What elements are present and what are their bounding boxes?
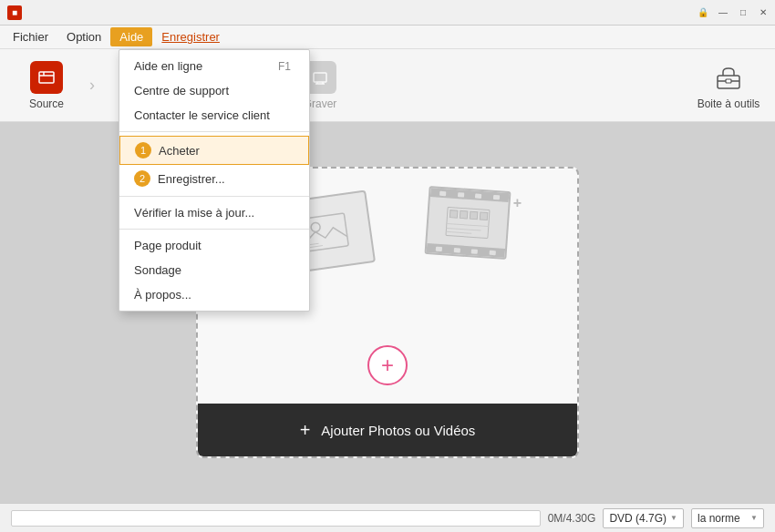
dropdown-section-3: Vérifier la mise à jour...	[119, 197, 309, 230]
menu-aide-en-ligne[interactable]: Aide en ligne F1	[119, 54, 309, 78]
pin-button[interactable]: 🔒	[695, 4, 711, 20]
enregistrer-label: Enregistrer...	[158, 172, 225, 186]
title-bar: ■ 🔒 — □ ✕	[0, 0, 775, 26]
menu-verifier-maj[interactable]: Vérifier la mise à jour...	[119, 200, 309, 225]
film-content	[427, 197, 508, 249]
a-propos-label: À propos...	[134, 288, 191, 302]
arrow-icon: ›	[89, 76, 95, 95]
add-plus-icon: +	[300, 420, 311, 441]
menu-page-produit[interactable]: Page produit	[119, 233, 309, 258]
source-label: Source	[29, 97, 64, 110]
dvd-label: DVD (4.7G)	[609, 512, 666, 525]
menu-bar: Fichier Option Aide Enregistrer	[0, 26, 775, 49]
dvd-dropdown-arrow: ▼	[670, 514, 677, 522]
svg-rect-12	[726, 79, 731, 83]
menu-contacter-service[interactable]: Contacter le service client	[119, 103, 309, 128]
film-hole-7	[471, 249, 478, 253]
svg-rect-9	[314, 73, 326, 82]
menu-aide[interactable]: Aide	[110, 27, 152, 46]
toolbox-label: Boite à outils	[698, 97, 760, 110]
dropdown-section-1: Aide en ligne F1 Centre de support Conta…	[119, 50, 309, 132]
norme-dropdown-arrow: ▼	[750, 514, 758, 522]
toolbox-icon	[712, 61, 745, 94]
menu-acheter[interactable]: 1 Acheter	[119, 136, 309, 165]
minimize-button[interactable]: —	[715, 4, 731, 20]
centre-support-label: Centre de support	[134, 84, 229, 97]
svg-rect-21	[480, 212, 488, 220]
menu-option[interactable]: Option	[57, 27, 110, 46]
step-badge-2: 2	[134, 170, 150, 187]
svg-rect-20	[470, 211, 478, 220]
menu-sondage[interactable]: Sondage	[119, 258, 309, 282]
source-button[interactable]: Source	[15, 55, 78, 117]
aide-dropdown-menu: Aide en ligne F1 Centre de support Conta…	[119, 49, 310, 312]
menu-enregistrer-item[interactable]: 2 Enregistrer...	[119, 165, 309, 192]
menu-fichier[interactable]: Fichier	[4, 27, 57, 46]
add-media-button[interactable]: + Ajouter Photos ou Vidéos	[198, 404, 577, 456]
window-controls: 🔒 — □ ✕	[695, 4, 771, 20]
dropdown-section-4: Page produit Sondage À propos...	[119, 230, 309, 311]
page-produit-label: Page produit	[134, 239, 202, 252]
film-hole-6	[453, 248, 460, 252]
film-card-right	[424, 186, 511, 260]
close-button[interactable]: ✕	[755, 4, 771, 20]
menu-enregistrer[interactable]: Enregistrer	[152, 27, 229, 46]
aide-en-ligne-label: Aide en ligne	[134, 59, 202, 73]
sondage-label: Sondage	[134, 263, 181, 277]
film-hole-2	[458, 192, 464, 197]
toolbar: Source › Menu › Prévisualiser ›	[0, 49, 775, 122]
contacter-service-label: Contacter le service client	[134, 108, 270, 122]
svg-rect-19	[460, 210, 468, 219]
size-display: 0M/4.30G	[548, 512, 596, 525]
plus-circle-button[interactable]: +	[367, 345, 408, 385]
film-hole-3	[475, 193, 481, 198]
maximize-button[interactable]: □	[735, 4, 751, 20]
dvd-dropdown[interactable]: DVD (4.7G) ▼	[603, 508, 684, 528]
film-hole-4	[493, 194, 500, 199]
main-area: + + +	[0, 122, 775, 503]
toolbox-button[interactable]: Boite à outils	[697, 55, 760, 117]
menu-a-propos[interactable]: À propos...	[119, 282, 309, 307]
svg-rect-0	[39, 72, 54, 83]
dropdown-section-2: 1 Acheter 2 Enregistrer...	[119, 132, 309, 197]
progress-bar	[11, 510, 541, 527]
source-icon	[30, 61, 63, 94]
app-icon: ■	[7, 5, 22, 20]
film-hole-1	[439, 190, 446, 195]
step-badge-1: 1	[135, 142, 151, 159]
norme-label: la norme	[698, 512, 740, 525]
status-bar: 0M/4.30G DVD (4.7G) ▼ la norme ▼	[0, 503, 775, 532]
svg-rect-18	[450, 210, 458, 219]
film-hole-8	[489, 250, 495, 254]
menu-centre-support[interactable]: Centre de support	[119, 78, 309, 103]
aide-en-ligne-shortcut: F1	[278, 60, 291, 73]
norme-dropdown[interactable]: la norme ▼	[691, 508, 764, 528]
film-hole-5	[436, 246, 442, 251]
acheter-label: Acheter	[159, 144, 200, 158]
verifier-maj-label: Vérifier la mise à jour...	[134, 206, 254, 220]
add-media-label: Ajouter Photos ou Vidéos	[321, 423, 475, 438]
